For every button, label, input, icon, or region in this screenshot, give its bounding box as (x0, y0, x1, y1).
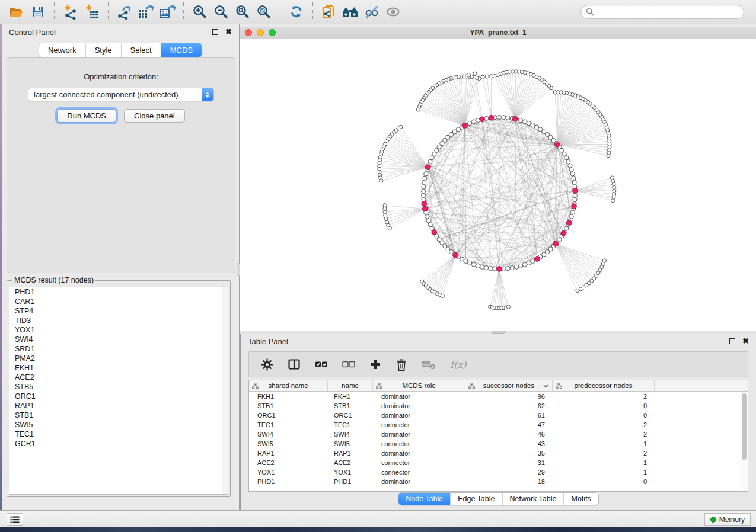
satellite-node[interactable] (388, 226, 391, 230)
ring-node[interactable] (572, 176, 576, 180)
ring-node[interactable] (480, 265, 484, 269)
satellite-node[interactable] (481, 75, 484, 79)
table-row[interactable]: STB1STB1dominator620 (249, 401, 748, 411)
select-all-rows-button[interactable] (315, 360, 328, 368)
ring-node[interactable] (424, 172, 428, 176)
column-header-MCDS-role[interactable]: MCDS role (373, 380, 465, 391)
function-builder-button[interactable]: f(x) (450, 359, 466, 370)
ring-node[interactable] (514, 265, 518, 269)
search-input[interactable] (594, 8, 739, 16)
table-row[interactable]: TEC1TEC1connector472 (249, 420, 748, 430)
ring-node[interactable] (425, 214, 429, 219)
export-image-button[interactable] (157, 2, 178, 22)
ring-node[interactable] (471, 262, 476, 267)
open-file-button[interactable] (6, 2, 27, 22)
mcds-hub-node[interactable] (535, 257, 540, 262)
ring-node[interactable] (510, 266, 514, 270)
tab-style[interactable]: Style (85, 43, 121, 57)
import-network-button[interactable] (60, 2, 81, 22)
table-row[interactable]: SWI5SWI5connector431 (249, 439, 748, 448)
satellite-node[interactable] (610, 176, 614, 180)
satellite-node[interactable] (379, 179, 383, 182)
mcds-result-item[interactable]: CAR1 (9, 297, 228, 306)
ring-node[interactable] (422, 180, 426, 184)
mcds-result-item[interactable]: STB1 (9, 411, 228, 420)
zoom-selected-button[interactable] (253, 2, 275, 22)
mcds-hub-node[interactable] (567, 220, 572, 226)
network-titlebar[interactable]: YPA_prune.txt_1 (240, 27, 756, 39)
satellite-node[interactable] (441, 294, 444, 297)
mcds-result-item[interactable]: TID3 (9, 316, 228, 325)
ring-node[interactable] (484, 266, 489, 270)
table-tab-network-table[interactable]: Network Table (502, 493, 564, 505)
ring-node[interactable] (518, 264, 522, 268)
add-column-button[interactable] (369, 358, 381, 370)
table-tab-node-table[interactable]: Node Table (398, 493, 450, 505)
mcds-result-list[interactable]: PHD1CAR1STP4TID3YOX1SWI4SRD1PMA2FKH1ACE2… (9, 287, 228, 495)
mcds-result-item[interactable]: PMA2 (9, 354, 228, 363)
ring-node[interactable] (476, 264, 480, 268)
mcds-hub-node[interactable] (553, 241, 559, 246)
mcds-result-item[interactable]: STP4 (9, 306, 228, 316)
table-row[interactable]: RAP1RAP1dominator352 (249, 448, 748, 458)
mcds-hub-node[interactable] (561, 231, 566, 236)
ring-node[interactable] (522, 120, 527, 124)
ring-node[interactable] (572, 180, 576, 184)
ring-node[interactable] (573, 197, 577, 201)
ring-node[interactable] (506, 116, 510, 120)
ring-node[interactable] (564, 156, 569, 160)
deselect-all-rows-button[interactable] (342, 360, 355, 368)
ring-node[interactable] (527, 121, 531, 125)
float-panel-icon[interactable] (212, 29, 218, 35)
optimization-criterion-select[interactable]: largest connected component (undirected) (28, 88, 214, 101)
mcds-result-item[interactable]: YOX1 (9, 325, 228, 335)
close-panel-icon[interactable]: ✖ (225, 29, 232, 35)
show-columns-button[interactable] (288, 358, 301, 370)
zoom-in-button[interactable] (189, 2, 210, 22)
export-table-button[interactable] (135, 2, 157, 22)
ring-node[interactable] (569, 214, 573, 219)
satellite-node[interactable] (467, 73, 470, 77)
table-row[interactable]: ACE2ACE2connector311 (249, 458, 748, 467)
network-canvas[interactable] (240, 39, 756, 331)
ring-node[interactable] (531, 259, 535, 263)
mcds-hub-node[interactable] (422, 206, 428, 211)
table-row[interactable]: PHD1PHD1dominator180 (249, 477, 748, 486)
import-table-button[interactable] (81, 2, 103, 22)
refresh-view-button[interactable] (286, 2, 307, 22)
satellite-node[interactable] (473, 72, 477, 75)
ring-node[interactable] (497, 115, 501, 119)
ring-node[interactable] (468, 121, 472, 125)
tab-network[interactable]: Network (39, 43, 85, 57)
mcds-list-scrollbar[interactable] (222, 287, 228, 494)
table-tab-edge-table[interactable]: Edge Table (450, 493, 502, 505)
satellite-node[interactable] (493, 74, 496, 78)
column-header-successor-nodes[interactable]: successor nodes (465, 380, 553, 391)
close-table-panel-icon[interactable]: ✖ (742, 338, 749, 344)
mcds-result-item[interactable]: SRD1 (9, 344, 228, 354)
mcds-result-item[interactable]: PHD1 (9, 287, 228, 297)
satellite-node[interactable] (384, 214, 387, 217)
mcds-hub-node[interactable] (497, 267, 502, 272)
ring-node[interactable] (527, 261, 531, 265)
mcds-hub-node[interactable] (462, 123, 468, 129)
column-header-predecessor-nodes[interactable]: predecessor nodes (553, 380, 655, 391)
toolbar-search[interactable] (580, 5, 744, 19)
ring-node[interactable] (421, 193, 425, 197)
ring-node[interactable] (489, 267, 493, 271)
close-panel-button[interactable]: Close panel (124, 109, 185, 123)
ring-node[interactable] (506, 267, 510, 271)
mcds-result-item[interactable]: ORC1 (9, 392, 228, 401)
mcds-hub-node[interactable] (573, 188, 578, 193)
run-mcds-button[interactable]: Run MCDS (57, 109, 116, 123)
satellite-node[interactable] (553, 91, 557, 94)
ring-node[interactable] (421, 189, 425, 193)
table-row[interactable]: ORC1ORC1dominator610 (249, 411, 748, 420)
zoom-out-button[interactable] (210, 2, 232, 22)
ring-node[interactable] (573, 193, 577, 197)
search-binoculars-button[interactable] (340, 2, 361, 22)
satellite-node[interactable] (383, 210, 387, 214)
table-tab-motifs[interactable]: Motifs (563, 493, 598, 505)
save-session-button[interactable] (27, 2, 49, 22)
ring-node[interactable] (468, 261, 472, 265)
